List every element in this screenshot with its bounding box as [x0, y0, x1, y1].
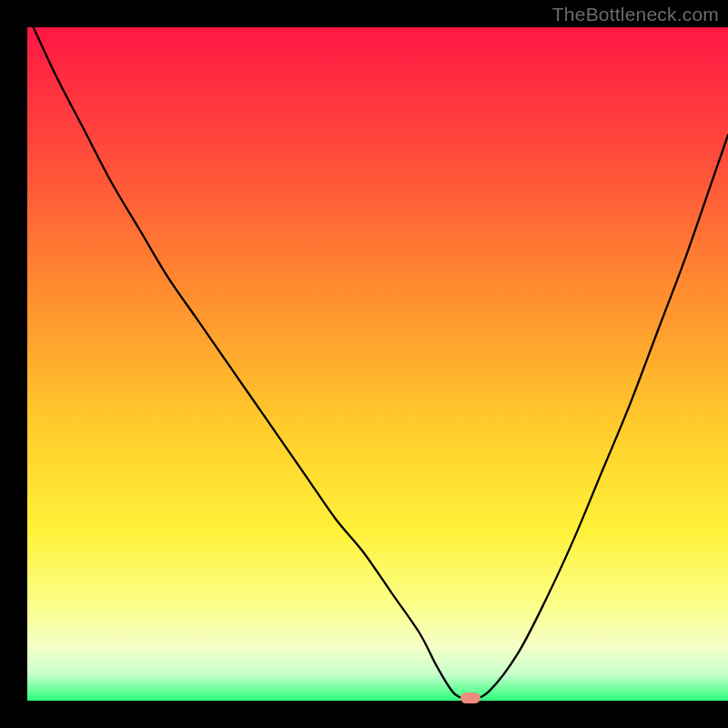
gradient-background	[27, 27, 728, 701]
bottleneck-chart	[27, 27, 728, 701]
optimum-marker	[460, 693, 480, 703]
plot-area	[27, 27, 728, 701]
chart-frame: TheBottleneck.com	[0, 0, 728, 728]
watermark-text: TheBottleneck.com	[552, 4, 719, 25]
